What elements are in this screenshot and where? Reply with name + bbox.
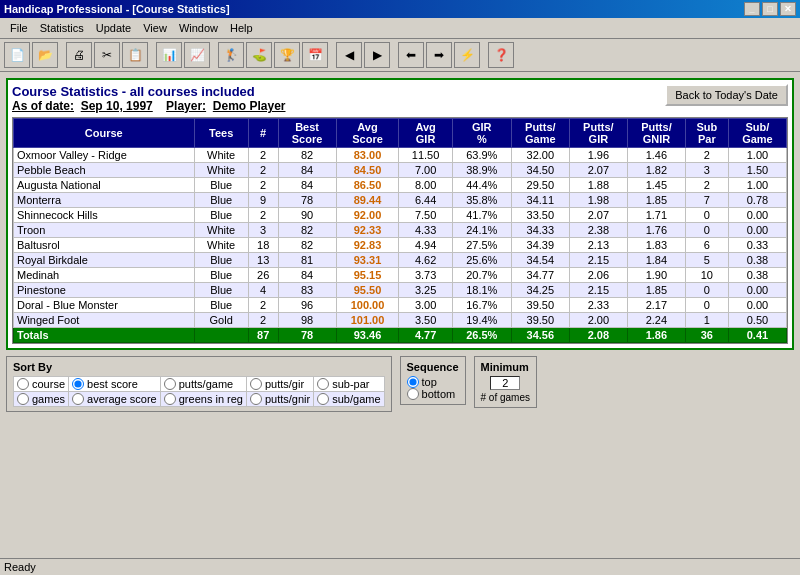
col-putts-gnir: Putts/GNIR [627, 119, 685, 148]
cell-putts-game: 29.50 [511, 178, 569, 193]
toolbar-btn-7[interactable]: 📈 [184, 42, 210, 68]
sort-greens-reg[interactable]: greens in reg [164, 393, 243, 405]
toolbar: 📄 📂 🖨 ✂ 📋 📊 📈 🏌 ⛳ 🏆 📅 ◀ ▶ ⬅ ➡ ⚡ ❓ [0, 39, 800, 72]
cell-putts-game: 34.33 [511, 223, 569, 238]
sort-putts-gnir[interactable]: putts/gnir [250, 393, 310, 405]
panel-header: Course Statistics - all courses included… [12, 84, 788, 113]
cell-course: Doral - Blue Monster [14, 298, 195, 313]
menu-help[interactable]: Help [224, 20, 259, 36]
main-content: Course Statistics - all courses included… [0, 72, 800, 418]
cell-course: Medinah [14, 268, 195, 283]
cell-putts-gnir: 1.84 [627, 253, 685, 268]
toolbar-btn-2[interactable]: 📂 [32, 42, 58, 68]
sort-avg-score[interactable]: average score [72, 393, 157, 405]
toolbar-btn-12[interactable]: ◀ [336, 42, 362, 68]
bottom-panel: Sort By course best score putts/game put… [6, 356, 794, 412]
cell-gir-pct: 63.9% [452, 148, 511, 163]
toolbar-btn-17[interactable]: ❓ [488, 42, 514, 68]
minimize-button[interactable]: _ [744, 2, 760, 16]
cell-num: 4 [248, 283, 278, 298]
totals-sub-par: 36 [685, 328, 728, 343]
toolbar-btn-1[interactable]: 📄 [4, 42, 30, 68]
sort-putts-game[interactable]: putts/game [164, 378, 243, 390]
status-bar: Ready [0, 558, 800, 575]
cell-best: 84 [278, 163, 336, 178]
col-avg-gir: AvgGIR [399, 119, 452, 148]
cell-avg: 92.00 [336, 208, 399, 223]
cell-avg-gir: 7.50 [399, 208, 452, 223]
toolbar-btn-15[interactable]: ➡ [426, 42, 452, 68]
cell-putts-gir: 2.06 [569, 268, 627, 283]
cell-putts-gnir: 1.83 [627, 238, 685, 253]
title-bar-buttons: _ □ ✕ [744, 2, 796, 16]
toolbar-btn-10[interactable]: 🏆 [274, 42, 300, 68]
table-row: Winged Foot Gold 2 98 101.00 3.50 19.4% … [14, 313, 787, 328]
seq-top[interactable]: top [407, 376, 459, 388]
toolbar-btn-6[interactable]: 📊 [156, 42, 182, 68]
toolbar-btn-8[interactable]: 🏌 [218, 42, 244, 68]
sort-sub-par[interactable]: sub-par [317, 378, 380, 390]
menu-update[interactable]: Update [90, 20, 137, 36]
sort-sub-game[interactable]: sub/game [317, 393, 380, 405]
cell-sub-game: 0.38 [728, 268, 786, 283]
cell-sub-game: 0.33 [728, 238, 786, 253]
cell-tees: White [194, 223, 248, 238]
cell-sub-par: 0 [685, 298, 728, 313]
cell-num: 2 [248, 148, 278, 163]
cell-putts-game: 34.54 [511, 253, 569, 268]
back-to-today-button[interactable]: Back to Today's Date [665, 84, 788, 106]
cell-avg-gir: 4.62 [399, 253, 452, 268]
cell-avg-gir: 11.50 [399, 148, 452, 163]
cell-num: 9 [248, 193, 278, 208]
course-statistics-table-container[interactable]: Course Tees # BestScore AvgScore AvgGIR … [12, 117, 788, 344]
cell-gir-pct: 38.9% [452, 163, 511, 178]
close-button[interactable]: ✕ [780, 2, 796, 16]
cell-putts-game: 33.50 [511, 208, 569, 223]
menu-view[interactable]: View [137, 20, 173, 36]
toolbar-btn-16[interactable]: ⚡ [454, 42, 480, 68]
cell-putts-gnir: 2.17 [627, 298, 685, 313]
cell-avg: 83.00 [336, 148, 399, 163]
cell-best: 84 [278, 268, 336, 283]
cell-avg-gir: 8.00 [399, 178, 452, 193]
toolbar-btn-3[interactable]: 🖨 [66, 42, 92, 68]
toolbar-btn-5[interactable]: 📋 [122, 42, 148, 68]
cell-gir-pct: 44.4% [452, 178, 511, 193]
cell-putts-gir: 2.07 [569, 208, 627, 223]
menu-window[interactable]: Window [173, 20, 224, 36]
maximize-button[interactable]: □ [762, 2, 778, 16]
toolbar-btn-14[interactable]: ⬅ [398, 42, 424, 68]
cell-sub-par: 0 [685, 283, 728, 298]
toolbar-btn-4[interactable]: ✂ [94, 42, 120, 68]
cell-putts-gnir: 1.45 [627, 178, 685, 193]
toolbar-btn-13[interactable]: ▶ [364, 42, 390, 68]
minimum-title: Minimum [481, 361, 530, 373]
cell-avg-gir: 3.50 [399, 313, 452, 328]
sort-best-score[interactable]: best score [72, 378, 157, 390]
menu-statistics[interactable]: Statistics [34, 20, 90, 36]
minimum-input[interactable]: 2 [490, 376, 520, 390]
toolbar-btn-9[interactable]: ⛳ [246, 42, 272, 68]
cell-sub-par: 0 [685, 208, 728, 223]
title-bar: Handicap Professional - [Course Statisti… [0, 0, 800, 18]
cell-putts-gir: 2.07 [569, 163, 627, 178]
sort-games[interactable]: games [17, 393, 65, 405]
col-putts-game: Putts/Game [511, 119, 569, 148]
cell-putts-game: 34.11 [511, 193, 569, 208]
cell-gir-pct: 27.5% [452, 238, 511, 253]
cell-avg-gir: 4.33 [399, 223, 452, 238]
cell-gir-pct: 41.7% [452, 208, 511, 223]
sort-course[interactable]: course [17, 378, 65, 390]
seq-bottom[interactable]: bottom [407, 388, 459, 400]
cell-tees: White [194, 148, 248, 163]
cell-sub-par: 10 [685, 268, 728, 283]
toolbar-btn-11[interactable]: 📅 [302, 42, 328, 68]
cell-sub-game: 0.00 [728, 283, 786, 298]
totals-sub-game: 0.41 [728, 328, 786, 343]
table-row: Baltusrol White 18 82 92.83 4.94 27.5% 3… [14, 238, 787, 253]
menu-file[interactable]: File [4, 20, 34, 36]
col-num: # [248, 119, 278, 148]
cell-putts-gir: 1.88 [569, 178, 627, 193]
sort-putts-gir[interactable]: putts/gir [250, 378, 310, 390]
cell-putts-gir: 1.96 [569, 148, 627, 163]
